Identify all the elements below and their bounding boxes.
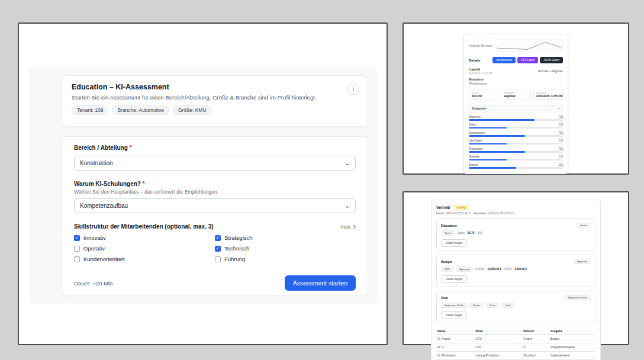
budget-badge: Approved xyxy=(456,266,473,272)
education-level-badge: Starter xyxy=(441,230,455,236)
risk-corner-badge: Begrenztes Risiko xyxy=(565,295,591,300)
category-row: Strategie 2.0 xyxy=(469,155,563,160)
warum-select[interactable]: Kompetenzaufbau ⌄ xyxy=(74,198,356,213)
cell-aufgabe: Implementation xyxy=(549,352,595,360)
caret-down-icon: ▾ xyxy=(558,107,559,110)
education-title: Education xyxy=(441,224,457,227)
cell-aufgabe: Projektkoordination xyxy=(549,343,595,352)
category-value: 2.0 xyxy=(559,155,563,158)
cell-bereich: Finanz xyxy=(522,335,549,343)
skill-checkbox-label: Operativ xyxy=(83,245,105,252)
checkbox-icon[interactable] xyxy=(215,246,221,252)
cell-name: Fr. Finanz xyxy=(436,335,475,343)
entry-name: Logistik xyxy=(469,68,492,71)
bereich-select[interactable]: Konstruktion ⌄ xyxy=(74,156,356,171)
capex-label: CAPEX: xyxy=(475,268,485,271)
vertrieb-card: Vetrieb scoping Erstellt: 2025-10-15T21:… xyxy=(431,200,601,360)
skill-checkbox-row[interactable]: Strategisch xyxy=(215,234,356,241)
action-button[interactable]: Interpretation xyxy=(492,57,516,63)
vertrieb-title: Vetrieb xyxy=(436,205,450,210)
category-label: Daten xyxy=(469,123,476,126)
skill-checkbox-row[interactable]: Innovativ xyxy=(74,234,215,241)
entry-row: Logistik 10/16/2025, 12:55 PM 40.0 Pkt —… xyxy=(469,68,563,75)
risk-details-button[interactable]: Details zeigen xyxy=(441,311,467,319)
score-label: Score: xyxy=(458,232,465,234)
skill-checkbox-row[interactable]: Technisch xyxy=(215,245,356,252)
category-row: Kompetenzen 3.0 xyxy=(469,131,563,137)
table-row: Fr. Finanz CFO Finanz Budget xyxy=(436,335,595,343)
cell-bereich: Shopfloor xyxy=(522,352,549,360)
education-corner-badge: Starter xyxy=(577,223,591,228)
details-card: Vergleich (Bereiche) Details Interpretat… xyxy=(463,34,568,174)
risk-badges: Begrenztes RisikoNiederKeineOpen xyxy=(441,303,591,308)
details-header: Details InterpretationCSV-ExportJSON-Exp… xyxy=(469,57,563,63)
duration-note: Dauer: ~20 Min xyxy=(74,280,112,287)
required-mark: * xyxy=(130,144,132,151)
education-details-button[interactable]: Details zeigen xyxy=(441,239,467,247)
categories-title: Kategorien xyxy=(472,107,487,110)
cell-bereich: IT xyxy=(522,343,549,352)
category-bar-fill xyxy=(469,135,525,137)
compare-label: Vergleich (Bereiche) xyxy=(469,44,493,47)
form-footer: Dauer: ~20 Min Assessment starten xyxy=(74,275,356,291)
staff-table-header-row: NameRolleBereichAufgabe xyxy=(436,327,595,335)
chevron-down-icon: ⌄ xyxy=(345,160,350,166)
cell-aufgabe: Budget xyxy=(549,335,595,343)
meta-badge: Branche: Automotive xyxy=(112,105,169,115)
assessment-start-button[interactable]: Assessment starten xyxy=(285,275,356,291)
entry-score: 40.0 Pkt — Beginner xyxy=(538,70,563,73)
opex-value: 3.000,00 € xyxy=(514,268,527,271)
vertrieb-title-row: Vetrieb scoping xyxy=(436,205,595,210)
category-label: Strategie xyxy=(469,155,479,158)
education-section: Education Starter Starter Score: 51.70 /… xyxy=(436,218,595,251)
checkbox-icon[interactable] xyxy=(74,235,80,241)
action-button[interactable]: CSV-Export xyxy=(517,57,539,63)
staff-table-header: Name xyxy=(436,327,475,335)
details-window: Vergleich (Bereiche) Details Interpretat… xyxy=(402,22,629,175)
category-bar-track xyxy=(469,159,563,161)
checkbox-icon[interactable] xyxy=(74,256,80,262)
bereich-label: Bereich / Abteilung * xyxy=(74,144,356,151)
staff-table-header: Aufgabe xyxy=(549,327,595,335)
category-bar-fill xyxy=(469,143,507,145)
meta-badge: Größe: KMU xyxy=(173,105,212,115)
warum-select-value: Kompetenzaufbau xyxy=(80,202,128,209)
category-bar-track xyxy=(469,151,563,153)
risk-section: Risk Begrenztes Risiko Begrenztes Risiko… xyxy=(436,291,595,323)
checkbox-icon[interactable] xyxy=(74,246,80,252)
action-button[interactable]: JSON-Export xyxy=(540,57,563,63)
assessment-header-card: Education – KI-Assessment Starten Sie ei… xyxy=(62,75,368,127)
entry-time: 10/16/2025, 12:55 PM xyxy=(469,72,492,75)
risk-badge: Nieder xyxy=(469,303,484,308)
stat-box: Reifegrad Beginner xyxy=(501,89,530,100)
checkbox-icon[interactable] xyxy=(215,256,221,262)
stat-label: Reifegrad xyxy=(504,91,527,94)
risk-badge: Begrenztes Risiko xyxy=(441,303,467,308)
capex-value: 10.000,00 € xyxy=(488,268,502,271)
bereich-select-value: Konstruktion xyxy=(80,160,113,166)
categories-header[interactable]: Kategorien ▾ xyxy=(469,105,563,112)
skill-checkbox-row[interactable]: Kundenorientiert xyxy=(74,256,215,262)
skill-checkbox-row[interactable]: Führung xyxy=(215,256,356,262)
checkbox-icon[interactable] xyxy=(215,235,221,241)
budget-badge: 2025 xyxy=(441,266,453,272)
budget-corner-badge: Approved xyxy=(574,259,591,264)
score-suffix: /100 xyxy=(476,232,482,234)
vertrieb-window: Vetrieb scoping Erstellt: 2025-10-15T21:… xyxy=(402,191,629,345)
category-value: 3.0 xyxy=(559,131,563,134)
category-value: 3.5 xyxy=(559,115,563,118)
skill-checkbox-label: Strategisch xyxy=(224,234,253,241)
category-row: Security 2.5 xyxy=(469,163,563,169)
budget-details-button[interactable]: Details zeigen xyxy=(441,275,467,283)
info-icon[interactable]: i xyxy=(347,83,359,95)
category-row: Daten 2.0 xyxy=(469,123,563,128)
stat-box: Score 40.0 Pkt xyxy=(469,89,498,100)
category-bar-fill xyxy=(469,167,516,169)
table-row: Fr. IT CIO IT Projektkoordination xyxy=(436,343,595,352)
warum-label: Warum KI-Schulungen? * xyxy=(74,181,356,187)
status-badge: scoping xyxy=(453,205,469,210)
stat-box: Zeitpunkt 10/16/2025, 12:55 PM xyxy=(533,89,563,100)
skill-checkbox-row[interactable]: Operativ xyxy=(74,245,215,252)
info-icon-glyph: i xyxy=(353,86,354,92)
category-bar-fill xyxy=(469,159,507,161)
